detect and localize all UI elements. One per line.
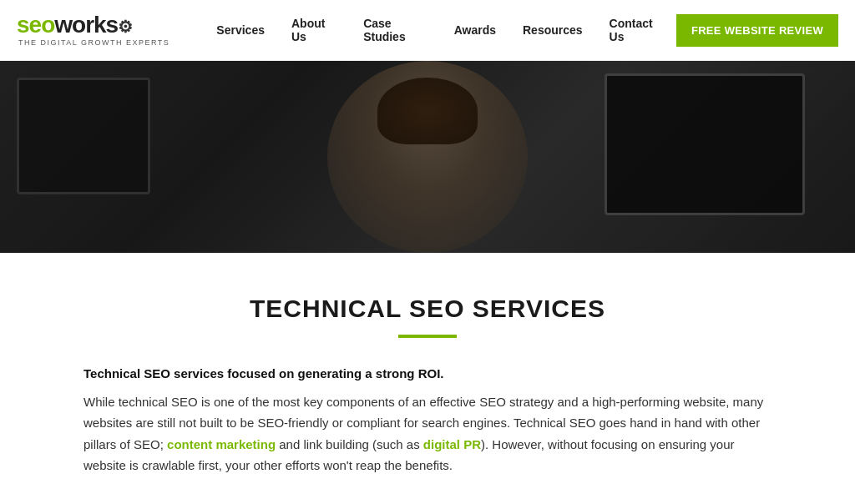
logo[interactable]: seoworks⚙ THE DIGITAL GROWTH EXPERTS [17,13,169,47]
logo-seo: seo [17,12,54,38]
gear-icon: ⚙ [118,18,132,35]
nav-link-resources[interactable]: Resources [509,0,596,61]
monitor-right [605,73,805,215]
nav-link-awards[interactable]: Awards [441,0,509,61]
cta-button[interactable]: FREE Website Review [676,14,838,47]
content-marketing-link[interactable]: content marketing [167,437,276,451]
logo-works: works [54,12,118,38]
nav-link-services[interactable]: Services [203,0,278,61]
navbar: seoworks⚙ THE DIGITAL GROWTH EXPERTS Ser… [0,0,855,61]
title-underline [398,335,457,338]
digital-pr-link[interactable]: digital PR [423,437,481,451]
section-title-wrap: TECHNICAL SEO SERVICES [83,295,772,338]
nav-link-about-us[interactable]: About Us [278,0,350,61]
nav-links: Services About Us Case Studies Awards Re… [203,0,676,61]
bold-intro: Technical SEO services focused on genera… [83,363,772,385]
content-section: TECHNICAL SEO SERVICES Technical SEO ser… [0,253,855,504]
link-connector: and link building (such as [276,437,423,451]
nav-link-contact-us[interactable]: Contact Us [596,0,676,61]
hero-image [0,61,855,253]
section-title: TECHNICAL SEO SERVICES [83,295,772,323]
person-hair [377,78,478,144]
logo-text: seoworks⚙ [17,13,169,37]
nav-link-case-studies[interactable]: Case Studies [350,0,441,61]
section-body: Technical SEO services focused on genera… [83,363,772,476]
body-paragraph: While technical SEO is one of the most k… [83,391,772,476]
logo-tagline: THE DIGITAL GROWTH EXPERTS [18,38,169,47]
monitor-left [17,78,150,194]
